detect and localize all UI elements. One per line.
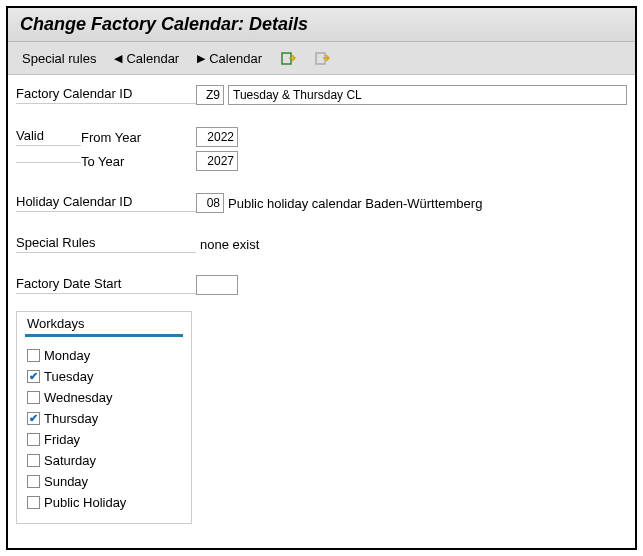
to-year-label: To Year — [81, 154, 196, 169]
workday-row: Saturday — [25, 450, 183, 471]
workday-row: Public Holiday — [25, 492, 183, 513]
from-year-label: From Year — [81, 130, 196, 145]
factory-calendar-id-input[interactable] — [196, 85, 224, 105]
workday-row: Tuesday — [25, 366, 183, 387]
workday-checkbox[interactable] — [27, 391, 40, 404]
workday-label: Monday — [44, 348, 90, 363]
workday-label: Tuesday — [44, 369, 93, 384]
to-year-input[interactable] — [196, 151, 238, 171]
workday-label: Thursday — [44, 411, 98, 426]
page-title: Change Factory Calendar: Details — [8, 8, 635, 42]
calendar-prev-label: Calendar — [126, 51, 179, 66]
from-year-input[interactable] — [196, 127, 238, 147]
holiday-calendar-id-label: Holiday Calendar ID — [16, 194, 196, 212]
workday-checkbox[interactable] — [27, 412, 40, 425]
workday-row: Thursday — [25, 408, 183, 429]
special-rules-label: Special Rules — [16, 235, 196, 253]
special-rules-value: none exist — [200, 237, 259, 252]
workday-row: Friday — [25, 429, 183, 450]
document-icon[interactable] — [308, 46, 336, 70]
factory-calendar-window: Change Factory Calendar: Details Special… — [6, 6, 637, 550]
workday-checkbox[interactable] — [27, 433, 40, 446]
form-content: Factory Calendar ID Valid From Year To Y… — [8, 75, 635, 534]
holiday-calendar-id-input[interactable] — [196, 193, 224, 213]
workday-label: Friday — [44, 432, 80, 447]
workdays-title: Workdays — [25, 312, 183, 337]
valid-label: Valid — [16, 128, 81, 146]
workday-label: Saturday — [44, 453, 96, 468]
workday-checkbox[interactable] — [27, 475, 40, 488]
workday-label: Wednesday — [44, 390, 112, 405]
workday-label: Sunday — [44, 474, 88, 489]
workday-checkbox[interactable] — [27, 496, 40, 509]
arrow-right-icon: ▶ — [197, 52, 205, 65]
calendar-next-label: Calendar — [209, 51, 262, 66]
calendar-prev-button[interactable]: ◀ Calendar — [108, 47, 185, 70]
transport-icon[interactable] — [274, 46, 302, 70]
factory-calendar-id-label: Factory Calendar ID — [16, 86, 196, 104]
holiday-calendar-desc: Public holiday calendar Baden-Württember… — [228, 196, 482, 211]
workday-row: Wednesday — [25, 387, 183, 408]
arrow-left-icon: ◀ — [114, 52, 122, 65]
factory-date-start-label: Factory Date Start — [16, 276, 196, 294]
workday-label: Public Holiday — [44, 495, 126, 510]
factory-date-start-input[interactable] — [196, 275, 238, 295]
toolbar: Special rules ◀ Calendar ▶ Calendar — [8, 42, 635, 75]
factory-calendar-desc-input[interactable] — [228, 85, 627, 105]
workday-checkbox[interactable] — [27, 370, 40, 383]
special-rules-button[interactable]: Special rules — [16, 47, 102, 70]
workday-row: Monday — [25, 345, 183, 366]
valid-spacer — [16, 160, 81, 163]
workday-checkbox[interactable] — [27, 349, 40, 362]
calendar-next-button[interactable]: ▶ Calendar — [191, 47, 268, 70]
workday-row: Sunday — [25, 471, 183, 492]
workdays-panel: Workdays MondayTuesdayWednesdayThursdayF… — [16, 311, 192, 524]
workday-checkbox[interactable] — [27, 454, 40, 467]
